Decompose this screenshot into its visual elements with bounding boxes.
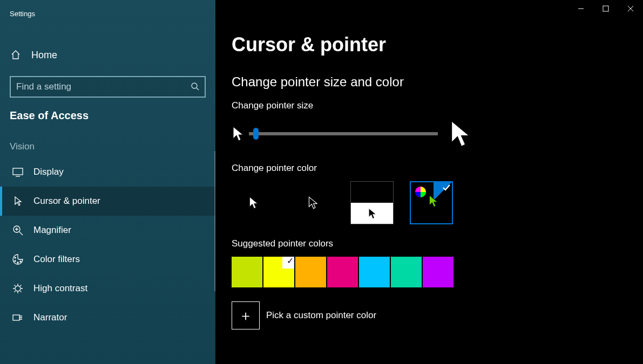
pointer-color-custom[interactable]: [410, 181, 453, 224]
sidebar-item-cursor-pointer[interactable]: Cursor & pointer: [0, 187, 215, 216]
sidebar-item-color-filters[interactable]: Color filters: [0, 245, 215, 274]
narrator-icon: [12, 312, 24, 324]
sidebar-item-narrator[interactable]: Narrator: [0, 303, 215, 332]
minimize-button[interactable]: [568, 0, 593, 17]
search-icon: [191, 82, 199, 92]
section-title: Change pointer size and color: [232, 74, 643, 90]
sidebar-item-label: Color filters: [33, 254, 80, 265]
group-label: Vision: [0, 122, 215, 157]
category-title: Ease of Access: [0, 98, 215, 122]
sidebar-item-high-contrast[interactable]: High contrast: [0, 274, 215, 303]
color-swatch-6[interactable]: [423, 257, 454, 287]
svg-rect-1: [13, 168, 23, 175]
pointer-size-label: Change pointer size: [232, 100, 643, 111]
pointer-size-row: [232, 119, 643, 149]
suggested-colors-label: Suggested pointer colors: [232, 238, 643, 249]
sidebar-item-label: Narrator: [33, 312, 67, 323]
page-title: Cursor & pointer: [232, 33, 643, 56]
close-button[interactable]: [618, 0, 643, 17]
high-contrast-icon: [12, 283, 24, 294]
home-button[interactable]: Home: [0, 45, 215, 65]
svg-point-7: [15, 286, 21, 291]
cursor-small-icon: [232, 126, 243, 142]
search-input[interactable]: [16, 81, 167, 92]
svg-point-4: [15, 260, 16, 262]
svg-rect-9: [603, 6, 608, 11]
color-swatch-2[interactable]: [295, 257, 326, 287]
window-controls: [568, 0, 643, 17]
color-swatch-0[interactable]: [232, 257, 262, 287]
pointer-size-slider[interactable]: [249, 132, 438, 135]
sidebar-item-magnifier[interactable]: Magnifier: [0, 216, 215, 245]
cursor-pointer-icon: [12, 195, 24, 207]
svg-rect-8: [13, 315, 19, 320]
pointer-color-inverted[interactable]: [350, 181, 394, 224]
color-swatch-4[interactable]: [359, 257, 390, 287]
svg-point-0: [192, 83, 197, 88]
svg-point-5: [17, 262, 18, 263]
main-content: Cursor & pointer Change pointer size and…: [215, 0, 643, 364]
check-icon: ✓: [287, 256, 294, 266]
color-swatch-1[interactable]: ✓: [263, 257, 294, 287]
search-box[interactable]: [10, 76, 206, 98]
plus-icon: ＋: [239, 306, 253, 325]
home-icon: [10, 49, 22, 61]
pointer-color-white[interactable]: [232, 181, 275, 224]
slider-thumb[interactable]: [253, 128, 259, 140]
sidebar-item-label: High contrast: [33, 283, 87, 294]
suggested-color-swatches: ✓: [232, 257, 643, 287]
sidebar: Settings Home Ease of Access Vision Disp…: [0, 0, 215, 364]
magnifier-icon: [12, 224, 24, 236]
svg-point-3: [15, 257, 16, 258]
pick-custom-color-button[interactable]: ＋: [232, 301, 260, 329]
custom-color-row: ＋ Pick a custom pointer color: [232, 301, 643, 329]
pointer-color-options: [232, 181, 643, 224]
color-swatch-3[interactable]: [327, 257, 358, 287]
color-filters-icon: [12, 253, 24, 265]
pick-custom-color-label: Pick a custom pointer color: [266, 310, 376, 321]
maximize-button[interactable]: [593, 0, 618, 17]
home-label: Home: [31, 50, 57, 61]
sidebar-item-label: Magnifier: [33, 225, 71, 236]
sidebar-item-label: Display: [33, 167, 64, 177]
display-icon: [12, 166, 24, 178]
color-swatch-5[interactable]: [391, 257, 422, 287]
sidebar-item-display[interactable]: Display: [0, 157, 215, 187]
pointer-color-black[interactable]: [291, 181, 334, 224]
pointer-color-label: Change pointer color: [232, 163, 643, 174]
cursor-large-icon: [449, 119, 470, 149]
svg-point-6: [20, 261, 21, 262]
sidebar-item-label: Cursor & pointer: [33, 196, 100, 207]
app-title: Settings: [0, 0, 215, 23]
